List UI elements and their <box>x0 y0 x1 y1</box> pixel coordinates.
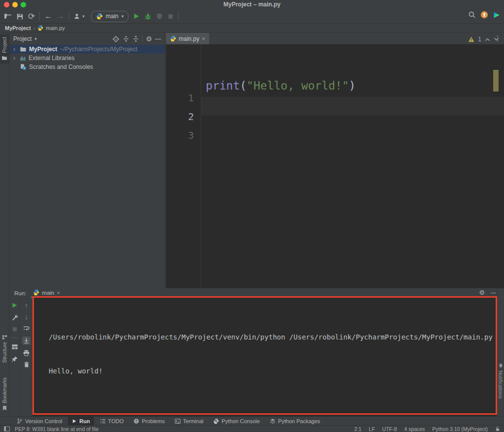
forward-icon[interactable]: → <box>57 12 64 20</box>
open-folder-icon[interactable] <box>4 12 12 20</box>
window-title: MyProject – main.py <box>0 1 504 8</box>
breadcrumb-file[interactable]: main.py <box>46 25 65 31</box>
toolwindow-button-problems[interactable]: Problems <box>129 417 168 426</box>
toolwindow-button-python-console[interactable]: Python Console <box>209 417 264 426</box>
code-with-me-button[interactable]: ▾ <box>74 13 85 20</box>
code-token-string: "Hello, world!" <box>247 79 349 92</box>
pin-icon[interactable] <box>11 356 18 363</box>
stripe-button-notifications[interactable]: Notifications <box>497 363 504 399</box>
up-stack-trace-icon[interactable]: ↑ <box>25 302 28 309</box>
left-tool-window-stripe: Project Structure Bookmarks <box>0 33 9 416</box>
tree-row-myproject[interactable]: › MyProject ~/PycharmProjects/MyProject <box>9 45 165 54</box>
play-icon <box>72 419 77 424</box>
stripe-button-structure[interactable]: Structure <box>0 335 9 363</box>
toolbar-separator <box>178 12 179 21</box>
editor-tab-mainpy[interactable]: main.py × <box>166 33 209 44</box>
clear-console-icon[interactable] <box>23 361 30 368</box>
select-opened-file-icon[interactable] <box>112 35 120 43</box>
search-everywhere-icon[interactable] <box>468 11 476 19</box>
pycharm-window: MyProject – main.py ⟳ ← → ▾ main ▾ <box>0 0 504 432</box>
line-number: 1 <box>188 92 194 104</box>
stripe-label-notifications: Notifications <box>498 370 504 399</box>
tool-windows-icon[interactable] <box>4 426 10 432</box>
run-tab-label: main <box>42 290 54 296</box>
python-file-icon <box>170 35 176 42</box>
close-tab-icon[interactable]: × <box>57 290 60 296</box>
indent-setting[interactable]: 4 spaces <box>404 426 425 432</box>
tree-row-external-libraries[interactable]: › External Libraries <box>9 54 165 62</box>
console-line <box>49 400 493 411</box>
collapse-all-icon[interactable] <box>132 35 139 42</box>
line-number: 2 <box>188 111 194 123</box>
chevron-down-icon[interactable]: ▾ <box>34 37 37 41</box>
expand-all-icon[interactable] <box>123 35 129 42</box>
run-with-coverage-button[interactable] <box>156 13 163 20</box>
right-tool-window-stripe: Notifications <box>497 288 504 416</box>
line-number: 3 <box>188 129 194 141</box>
run-configuration-select[interactable]: main ▾ <box>91 11 129 22</box>
inspections-widget[interactable]: 1 <box>468 36 499 43</box>
problems-icon <box>133 418 139 424</box>
run-button[interactable] <box>133 13 140 20</box>
console-line: /Users/robolink/PycharmProjects/MyProjec… <box>49 332 493 343</box>
toolwindow-button-todo[interactable]: TODO <box>96 417 128 426</box>
tree-item-label: Scratches and Consoles <box>29 63 93 70</box>
stripe-button-bookmarks[interactable]: Bookmarks <box>0 377 9 411</box>
project-panel-title[interactable]: Project <box>13 35 32 42</box>
toolwindow-button-label: Problems <box>142 418 164 424</box>
toolbar-separator <box>11 338 18 338</box>
debug-button[interactable] <box>144 13 152 20</box>
code-token-punct: ( <box>240 79 247 92</box>
toolwindow-button-run[interactable]: Run <box>68 417 94 426</box>
hide-panel-icon[interactable]: — <box>491 290 496 295</box>
code-token-builtin: print <box>206 79 240 92</box>
update-available-icon[interactable] <box>480 11 488 19</box>
stop-button[interactable] <box>12 326 18 332</box>
promotion-icon[interactable] <box>493 11 500 19</box>
bookmark-icon <box>2 405 7 411</box>
breadcrumb-project[interactable]: MyProject <box>5 25 31 31</box>
editor-tab-bar: main.py × ⋮ <box>166 33 504 45</box>
close-tab-icon[interactable]: × <box>202 35 205 42</box>
lock-icon[interactable] <box>495 426 500 432</box>
python-interpreter[interactable]: Python 3.10 (MyProject) <box>432 426 488 432</box>
edit-configuration-icon[interactable] <box>11 314 18 321</box>
editor-area: main.py × ⋮ 1 2 3 print("Hello, world!")… <box>166 33 504 288</box>
line-separator[interactable]: LF <box>369 426 375 432</box>
expand-chevron-icon[interactable]: › <box>13 46 17 53</box>
back-icon[interactable]: ← <box>44 12 52 20</box>
previous-warning-icon[interactable] <box>485 37 490 41</box>
stop-button[interactable] <box>167 13 174 20</box>
save-icon[interactable] <box>16 13 24 20</box>
soft-wrap-icon[interactable] <box>23 325 30 332</box>
scrollbar-warning-marker[interactable] <box>493 70 499 92</box>
file-encoding[interactable]: UTF-8 <box>382 426 397 432</box>
status-message[interactable]: PEP 8: W391 blank line at end of file <box>15 426 98 432</box>
toolwindow-button-label: Python Packages <box>278 418 320 424</box>
run-console[interactable]: /Users/robolink/PycharmProjects/MyProjec… <box>32 298 504 416</box>
chevron-down-icon: ▾ <box>122 14 124 19</box>
gear-icon[interactable]: ⚙ <box>479 289 485 296</box>
print-icon[interactable] <box>23 349 30 357</box>
down-stack-trace-icon[interactable]: ↓ <box>25 313 28 320</box>
sync-icon[interactable]: ⟳ <box>28 12 35 21</box>
rerun-button[interactable] <box>11 302 18 309</box>
code-line-1[interactable]: print("Hello, world!") <box>206 79 356 92</box>
toolwindow-button-python-packages[interactable]: Python Packages <box>266 417 324 426</box>
toolwindow-button-label: Run <box>79 418 90 424</box>
project-panel-header: Project ▾ ⚙ — <box>9 33 165 45</box>
next-warning-icon[interactable] <box>494 37 499 41</box>
toolwindow-button-version-control[interactable]: Version Control <box>13 417 66 426</box>
toolwindow-button-terminal[interactable]: Terminal <box>171 417 208 426</box>
tree-row-scratches[interactable]: Scratches and Consoles <box>9 62 165 71</box>
toolwindow-button-label: Python Console <box>221 418 260 424</box>
restore-layout-icon[interactable] <box>11 343 18 350</box>
hide-panel-icon[interactable]: — <box>155 36 161 42</box>
run-tool-window: Run: main × ⚙ — <box>9 288 504 416</box>
expand-chevron-icon[interactable]: › <box>13 55 17 62</box>
caret-position[interactable]: 2:1 <box>354 426 362 432</box>
stripe-button-project[interactable]: Project <box>0 34 9 64</box>
gear-icon[interactable]: ⚙ <box>146 35 152 42</box>
run-tab-main[interactable]: main × <box>31 288 62 298</box>
scroll-to-end-icon[interactable] <box>22 337 31 345</box>
